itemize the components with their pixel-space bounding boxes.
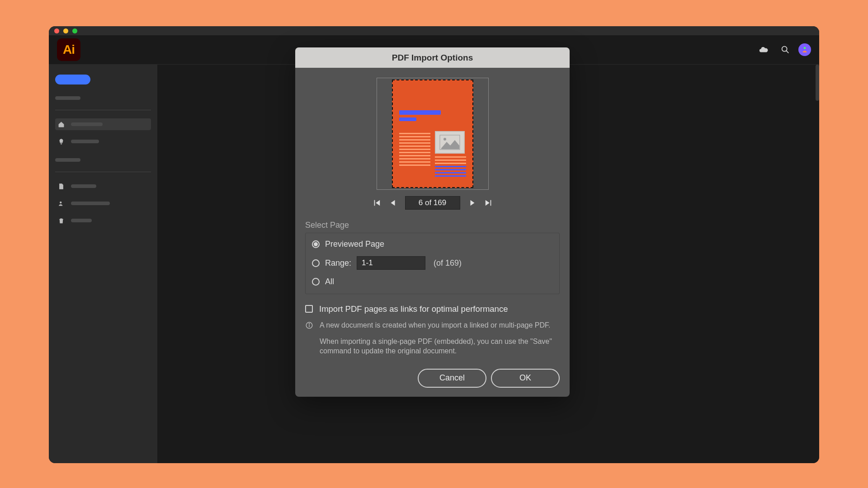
checkbox-label: Import PDF pages as links for optimal pe… bbox=[319, 304, 508, 314]
people-icon bbox=[58, 200, 65, 207]
sidebar-item-label bbox=[71, 140, 99, 143]
scrollbar-thumb[interactable] bbox=[816, 65, 819, 101]
next-page-button[interactable] bbox=[468, 199, 476, 207]
thumb-heading bbox=[399, 110, 441, 115]
page-preview bbox=[377, 78, 489, 190]
trash-icon bbox=[58, 217, 65, 224]
page-number-field[interactable]: 6 of 169 bbox=[405, 196, 460, 210]
range-input[interactable]: 1-1 bbox=[357, 256, 425, 270]
sidebar-new-button[interactable] bbox=[55, 75, 90, 84]
radio-previewed-page[interactable]: Previewed Page bbox=[312, 239, 553, 249]
info-text-line: When importing a single-page PDF (embedd… bbox=[320, 337, 560, 356]
sidebar-item-label bbox=[71, 219, 92, 222]
page-nav: 6 of 169 bbox=[373, 196, 493, 210]
thumb-subheading bbox=[399, 117, 416, 121]
radio-label: Previewed Page bbox=[325, 239, 384, 249]
radio-icon bbox=[312, 278, 320, 286]
home-icon bbox=[58, 121, 65, 128]
sidebar-divider bbox=[55, 172, 151, 172]
window-titlebar bbox=[49, 26, 819, 35]
radio-range[interactable]: Range: 1-1 (of 169) bbox=[312, 256, 553, 270]
radio-all[interactable]: All bbox=[312, 277, 553, 286]
range-of-label: (of 169) bbox=[434, 258, 462, 268]
app-logo: Ai bbox=[57, 38, 80, 61]
search-icon[interactable] bbox=[780, 45, 790, 55]
svg-point-2 bbox=[804, 47, 806, 49]
close-window-icon[interactable] bbox=[54, 28, 59, 33]
radio-label: All bbox=[325, 277, 334, 286]
svg-point-3 bbox=[60, 202, 61, 203]
sidebar-section-label bbox=[55, 158, 80, 162]
info-icon bbox=[305, 321, 313, 329]
import-as-links-checkbox[interactable]: Import PDF pages as links for optimal pe… bbox=[305, 304, 560, 314]
page-thumbnail bbox=[392, 80, 473, 188]
sidebar-item-label bbox=[71, 184, 96, 188]
checkbox-icon bbox=[305, 305, 313, 313]
sidebar-item-home[interactable] bbox=[55, 118, 151, 130]
sidebar-item-learn[interactable] bbox=[55, 136, 151, 147]
svg-point-0 bbox=[782, 47, 787, 52]
maximize-window-icon[interactable] bbox=[72, 28, 77, 33]
user-avatar[interactable] bbox=[798, 43, 811, 56]
sidebar bbox=[49, 65, 157, 463]
ok-button[interactable]: OK bbox=[491, 369, 560, 388]
radio-icon bbox=[312, 259, 320, 267]
last-page-button[interactable] bbox=[485, 199, 493, 207]
sidebar-item-shared[interactable] bbox=[55, 197, 151, 209]
sidebar-item-label bbox=[71, 202, 110, 205]
cloud-icon[interactable] bbox=[759, 45, 769, 55]
cancel-button[interactable]: Cancel bbox=[418, 369, 486, 388]
file-icon bbox=[58, 183, 65, 190]
prev-page-button[interactable] bbox=[389, 199, 397, 207]
minimize-window-icon[interactable] bbox=[63, 28, 68, 33]
first-page-button[interactable] bbox=[373, 199, 381, 207]
dialog-title: PDF Import Options bbox=[295, 47, 570, 68]
select-page-fieldset: Select Page Previewed Page Range: 1-1 (o… bbox=[305, 221, 560, 294]
sidebar-item-deleted[interactable] bbox=[55, 215, 151, 226]
sidebar-section-label bbox=[55, 96, 80, 100]
sidebar-item-files[interactable] bbox=[55, 180, 151, 192]
select-page-legend: Select Page bbox=[305, 221, 560, 230]
image-placeholder-icon bbox=[435, 131, 465, 154]
info-block: A new document is created when you impor… bbox=[305, 320, 560, 356]
sidebar-item-label bbox=[71, 122, 103, 126]
info-text-line: A new document is created when you impor… bbox=[320, 320, 560, 330]
pdf-import-dialog: PDF Import Options bbox=[295, 47, 570, 397]
radio-label: Range: bbox=[325, 258, 351, 268]
svg-point-5 bbox=[443, 138, 446, 141]
app-window: Ai bbox=[49, 26, 819, 463]
lightbulb-icon bbox=[58, 138, 65, 145]
radio-icon bbox=[312, 240, 320, 248]
sidebar-divider bbox=[55, 110, 151, 110]
svg-point-8 bbox=[309, 324, 309, 324]
svg-line-1 bbox=[786, 51, 788, 53]
